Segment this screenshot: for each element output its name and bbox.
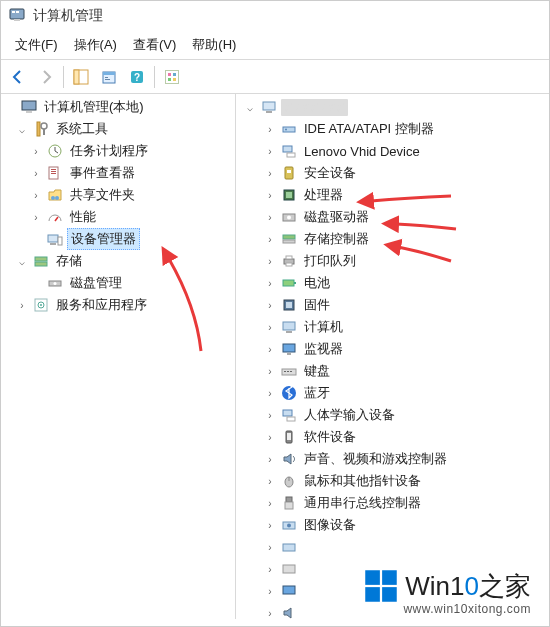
expander-icon[interactable]: › [263, 430, 277, 444]
expander-icon[interactable]: › [263, 364, 277, 378]
device-print-queues[interactable]: › 打印队列 [239, 250, 549, 272]
properties-button[interactable] [96, 64, 122, 90]
expander-icon[interactable]: ⌵ [15, 122, 29, 136]
expander-icon[interactable]: ⌵ [15, 254, 29, 268]
device-firmware[interactable]: › 固件 [239, 294, 549, 316]
device-imaging[interactable]: › 图像设备 [239, 514, 549, 536]
menu-view[interactable]: 查看(V) [125, 33, 184, 57]
device-lenovo[interactable]: › Lenovo Vhid Device [239, 140, 549, 162]
device-cutoff-1[interactable]: › [239, 536, 549, 558]
node-label: XXXXXXX [281, 99, 348, 116]
device-storage-controllers[interactable]: › 存储控制器 [239, 228, 549, 250]
svg-rect-16 [173, 78, 176, 81]
expander-icon[interactable]: › [263, 298, 277, 312]
svg-rect-29 [48, 235, 58, 242]
expander-icon[interactable]: › [263, 496, 277, 510]
svg-rect-75 [285, 502, 293, 509]
menu-help[interactable]: 帮助(H) [184, 33, 244, 57]
svg-rect-1 [12, 11, 15, 13]
node-event-viewer[interactable]: › 事件查看器 [1, 162, 235, 184]
svg-rect-52 [283, 240, 295, 243]
window-title: 计算机管理 [33, 7, 103, 25]
node-performance[interactable]: › 性能 [1, 206, 235, 228]
show-hide-tree-button[interactable] [68, 64, 94, 90]
node-shared-folders[interactable]: › 共享文件夹 [1, 184, 235, 206]
expander-icon[interactable]: › [29, 144, 43, 158]
device-keyboards[interactable]: › 键盘 [239, 360, 549, 382]
expander-icon[interactable]: › [263, 408, 277, 422]
device-security[interactable]: › 安全设备 [239, 162, 549, 184]
svg-rect-21 [43, 129, 45, 135]
left-tree[interactable]: ▶ 计算机管理(本地) ⌵ 系统工具 › 任务计划 [1, 96, 235, 316]
device-monitors[interactable]: › 监视器 [239, 338, 549, 360]
node-label: 处理器 [301, 185, 346, 205]
help-button[interactable]: ? [124, 64, 150, 90]
menu-file[interactable]: 文件(F) [7, 33, 66, 57]
forward-button[interactable] [33, 64, 59, 90]
node-label: 通用串行总线控制器 [301, 493, 424, 513]
watermark-part2: 0 [465, 571, 479, 601]
device-tree[interactable]: ⌵ XXXXXXX › IDE ATA/ATAPI 控制器 › Lenovo V… [239, 96, 549, 619]
svg-point-42 [285, 129, 287, 131]
device-root-node[interactable]: ⌵ XXXXXXX [239, 96, 549, 118]
node-storage[interactable]: ⌵ 存储 [1, 250, 235, 272]
watermark-url: www.win10xitong.com [363, 602, 531, 616]
expander-icon[interactable]: › [263, 144, 277, 158]
node-services-apps[interactable]: › 服务和应用程序 [1, 294, 235, 316]
expander-icon[interactable]: › [263, 540, 277, 554]
performance-icon [46, 208, 64, 226]
svg-rect-78 [283, 544, 295, 551]
svg-rect-19 [37, 122, 40, 136]
refresh-button[interactable] [159, 64, 185, 90]
expander-icon[interactable]: › [263, 188, 277, 202]
expander-icon[interactable]: › [263, 276, 277, 290]
expander-icon[interactable]: › [263, 606, 277, 619]
expander-icon[interactable]: › [263, 452, 277, 466]
expander-icon[interactable]: › [263, 254, 277, 268]
expander-icon[interactable]: › [29, 166, 43, 180]
expander-icon[interactable]: › [263, 210, 277, 224]
svg-rect-80 [283, 586, 295, 594]
node-system-tools[interactable]: ⌵ 系统工具 [1, 118, 235, 140]
expander-icon[interactable]: › [263, 474, 277, 488]
device-bluetooth[interactable]: › 蓝牙 [239, 382, 549, 404]
node-computer-management[interactable]: ▶ 计算机管理(本地) [1, 96, 235, 118]
svg-rect-13 [168, 73, 171, 76]
expander-icon[interactable]: › [263, 518, 277, 532]
node-label: 图像设备 [301, 515, 359, 535]
device-disk-drives[interactable]: › 磁盘驱动器 [239, 206, 549, 228]
device-sound[interactable]: › 声音、视频和游戏控制器 [239, 448, 549, 470]
svg-rect-83 [366, 587, 381, 602]
svg-rect-17 [22, 101, 36, 110]
expander-icon[interactable]: › [263, 386, 277, 400]
expander-icon[interactable]: ⌵ [243, 100, 257, 114]
node-device-manager[interactable]: › 设备管理器 [1, 228, 235, 250]
expander-icon[interactable]: › [263, 320, 277, 334]
menu-action[interactable]: 操作(A) [66, 33, 125, 57]
printer-icon [280, 252, 298, 270]
device-mice[interactable]: › 鼠标和其他指针设备 [239, 470, 549, 492]
expander-icon[interactable]: › [263, 584, 277, 598]
battery-icon [280, 274, 298, 292]
expander-icon[interactable]: › [263, 122, 277, 136]
device-usb[interactable]: › 通用串行总线控制器 [239, 492, 549, 514]
node-label: 计算机管理(本地) [41, 97, 147, 117]
device-computer[interactable]: › 计算机 [239, 316, 549, 338]
network-adapter-icon [280, 538, 298, 556]
back-button[interactable] [5, 64, 31, 90]
device-software[interactable]: › 软件设备 [239, 426, 549, 448]
expander-icon[interactable]: › [29, 210, 43, 224]
computer-management-icon [20, 98, 38, 116]
node-disk-management[interactable]: › 磁盘管理 [1, 272, 235, 294]
device-batteries[interactable]: › 电池 [239, 272, 549, 294]
expander-icon[interactable]: › [263, 232, 277, 246]
device-processor[interactable]: › 处理器 [239, 184, 549, 206]
expander-icon[interactable]: › [15, 298, 29, 312]
node-task-scheduler[interactable]: › 任务计划程序 [1, 140, 235, 162]
expander-icon[interactable]: › [263, 342, 277, 356]
device-ide[interactable]: › IDE ATA/ATAPI 控制器 [239, 118, 549, 140]
expander-icon[interactable]: › [29, 188, 43, 202]
device-hid[interactable]: › 人体学输入设备 [239, 404, 549, 426]
expander-icon[interactable]: › [263, 166, 277, 180]
expander-icon[interactable]: › [263, 562, 277, 576]
